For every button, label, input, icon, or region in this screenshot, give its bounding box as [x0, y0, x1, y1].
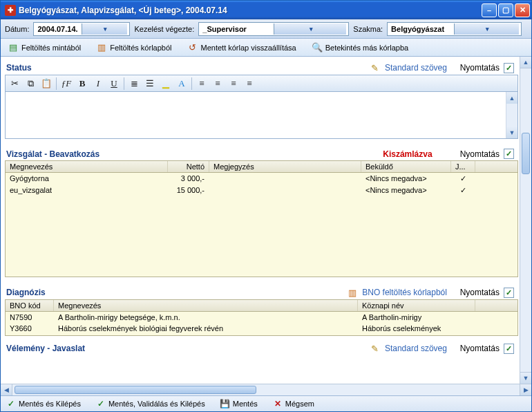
align-left-button[interactable]: ≡ — [194, 76, 209, 91]
restore-saved[interactable]: ↺Mentett kórlap visszaállítása — [187, 42, 296, 53]
scroll-up-icon[interactable]: ▲ — [520, 57, 531, 68]
diag-grid-header: BNO kód Megnevezés Köznapi név — [6, 300, 517, 312]
standard-text-link[interactable]: Standard szöveg — [385, 344, 447, 353]
search-icon: 🔍 — [312, 42, 323, 53]
scroll-down-icon[interactable]: ▼ — [506, 127, 517, 138]
date-combo[interactable]: 2004.07.14. ▾ — [33, 22, 130, 36]
supervisor-value: _Supervisor — [201, 25, 274, 33]
diag-grid: BNO kód Megnevezés Köznapi név N7590 A B… — [5, 299, 518, 336]
view-other-korlap[interactable]: 🔍Betekintés más kórlapba — [312, 42, 408, 53]
print-checkbox[interactable]: ✓ — [504, 149, 514, 159]
minimize-button[interactable]: – — [482, 3, 497, 17]
align-center-button[interactable]: ≡ — [210, 76, 225, 91]
main-hscroll[interactable]: ◀ ▶ — [1, 384, 531, 395]
chevron-down-icon[interactable]: ▾ — [274, 24, 347, 35]
status-editor[interactable]: ▲ ▼ — [5, 92, 518, 139]
col-name[interactable]: Megnevezés — [6, 161, 168, 172]
print-checkbox[interactable]: ✓ — [504, 63, 514, 73]
status-title: Status — [6, 63, 370, 73]
table-row[interactable]: Y3660 Háborús cselekmények biológiai feg… — [6, 323, 517, 334]
template-icon: ▤ — [8, 42, 19, 53]
table-row[interactable]: Gyógytorna 3 000,- <Nincs megadva> ✓ — [6, 173, 517, 185]
titlebar: ✚ Belgyógyászat, Alapvizsgálat, <Új bete… — [1, 1, 531, 19]
col-note[interactable]: Megjegyzés — [209, 161, 361, 172]
check-icon: ✓ — [96, 399, 106, 409]
fontcolor-button[interactable]: A — [174, 76, 189, 91]
cancel-button[interactable]: ✕Mégsem — [273, 399, 314, 409]
status-section-head: Status ✎ Standard szöveg Nyomtatás ✓ — [5, 59, 518, 75]
font-button[interactable]: ƒF — [59, 76, 74, 91]
bold-button[interactable]: B — [75, 76, 90, 91]
table-row[interactable]: eu_vizsgalat 15 000,- <Nincs megadva> ✓ — [6, 185, 517, 196]
save-validate-exit-button[interactable]: ✓Mentés, Validálás és Kilépés — [96, 399, 205, 409]
italic-button[interactable]: I — [91, 76, 106, 91]
chevron-down-icon[interactable]: ▾ — [82, 24, 128, 35]
align-justify-button[interactable]: ≡ — [242, 76, 257, 91]
scroll-left-icon[interactable]: ◀ — [1, 384, 12, 395]
scroll-down-icon[interactable]: ▼ — [520, 372, 531, 384]
billed-label: Kiszámlázva — [383, 149, 432, 159]
main-vscroll[interactable]: ▲ ▼ — [520, 57, 531, 384]
save-exit-button[interactable]: ✓Mentés és Kilépés — [6, 399, 81, 409]
print-checkbox[interactable]: ✓ — [504, 288, 514, 298]
align-right-button[interactable]: ≡ — [226, 76, 241, 91]
cut-icon[interactable]: ✂ — [7, 76, 22, 91]
table-row[interactable]: N7590 A Bartholin-mirigy betegsége, k.m.… — [6, 312, 517, 323]
close-button[interactable]: ✕ — [515, 3, 530, 17]
szakma-combo[interactable]: Belgyógyászat ▾ — [387, 22, 522, 36]
editor-scrollbar[interactable]: ▲ ▼ — [506, 92, 517, 138]
edit-icon: ✎ — [370, 62, 381, 73]
col-bno[interactable]: BNO kód — [6, 300, 54, 311]
supervisor-combo[interactable]: _Supervisor ▾ — [198, 22, 349, 36]
szakma-value: Belgyógyászat — [390, 25, 454, 33]
szakma-label: Szakma: — [353, 25, 383, 33]
copy-icon[interactable]: ⧉ — [23, 76, 38, 91]
window-title: Belgyógyászat, Alapvizsgálat, <Új beteg>… — [19, 6, 482, 15]
main-content: Status ✎ Standard szöveg Nyomtatás ✓ ✂ ⧉… — [1, 57, 520, 384]
numbered-button[interactable]: ☰ — [142, 76, 158, 91]
exam-grid-header: Megnevezés Nettó Megjegyzés Beküldő J... — [6, 161, 517, 173]
print-label: Nyomtatás — [460, 149, 500, 159]
standard-text-link[interactable]: Standard szöveg — [385, 63, 447, 73]
scroll-thumb[interactable] — [522, 133, 530, 174]
save-button[interactable]: 💾Mentés — [220, 399, 258, 409]
diag-grid-body[interactable]: N7590 A Bartholin-mirigy betegsége, k.m.… — [6, 312, 517, 335]
app-icon: ✚ — [5, 5, 16, 16]
highlight-button[interactable]: ▁ — [158, 76, 173, 91]
check-icon: ✓ — [6, 399, 16, 409]
exam-section-head: Vizsgálat - Beavatkozás Kiszámlázva Nyom… — [5, 146, 518, 160]
scroll-right-icon[interactable]: ▶ — [520, 384, 531, 395]
statusbar: ✓Mentés és Kilépés ✓Mentés, Validálás és… — [1, 395, 531, 411]
print-checkbox[interactable]: ✓ — [504, 344, 514, 354]
korlap-icon: ▥ — [347, 287, 358, 298]
editor-toolbar: ✂ ⧉ 📋 ƒF B I U ≣ ☰ ▁ A ≡ ≡ ≡ ≡ — [5, 75, 518, 92]
exam-grid-body[interactable]: Gyógytorna 3 000,- <Nincs megadva> ✓ eu_… — [6, 173, 517, 277]
col-name[interactable]: Megnevezés — [54, 300, 358, 311]
print-label: Nyomtatás — [460, 344, 500, 353]
exam-title: Vizsgálat - Beavatkozás — [6, 149, 383, 159]
edit-icon: ✎ — [370, 343, 381, 354]
paste-icon[interactable]: 📋 — [39, 76, 54, 91]
bno-fill-link[interactable]: BNO feltöltés kórlapból — [362, 288, 447, 297]
col-sender[interactable]: Beküldő — [361, 161, 451, 172]
col-ok[interactable]: J... — [451, 161, 475, 172]
maximize-button[interactable]: ▢ — [498, 3, 513, 17]
exam-grid: Megnevezés Nettó Megjegyzés Beküldő J...… — [5, 160, 518, 277]
field-bar: Dátum: 2004.07.14. ▾ Kezelést végezte: _… — [1, 19, 531, 39]
date-value: 2004.07.14. — [36, 25, 82, 33]
fill-from-template[interactable]: ▤Feltöltés mintából — [8, 42, 81, 53]
korlap-icon: ▥ — [96, 42, 107, 53]
fill-from-korlap[interactable]: ▥Feltöltés kórlapból — [96, 42, 171, 53]
app-window: ✚ Belgyógyászat, Alapvizsgálat, <Új bete… — [0, 0, 532, 412]
print-label: Nyomtatás — [460, 63, 500, 73]
col-net[interactable]: Nettó — [168, 161, 209, 172]
scroll-thumb[interactable] — [15, 386, 256, 394]
underline-button[interactable]: U — [106, 76, 122, 91]
restore-icon: ↺ — [187, 42, 198, 53]
scroll-up-icon[interactable]: ▲ — [506, 92, 517, 104]
print-label: Nyomtatás — [460, 288, 500, 297]
col-common[interactable]: Köznapi név — [358, 300, 475, 311]
diag-title: Diagnózis — [6, 288, 347, 297]
bullets-button[interactable]: ≣ — [126, 76, 142, 91]
chevron-down-icon[interactable]: ▾ — [454, 24, 519, 35]
